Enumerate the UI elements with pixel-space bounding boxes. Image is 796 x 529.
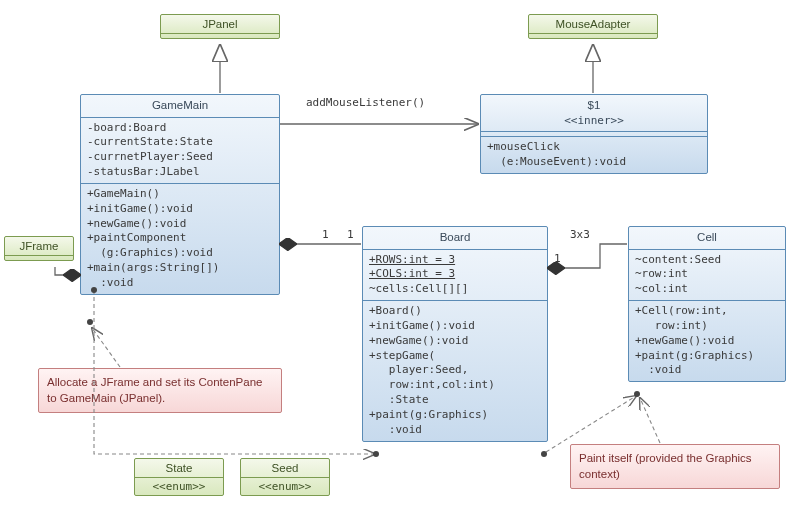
- label-3x3: 3x3: [570, 228, 590, 241]
- enum-state: State <<enum>>: [134, 458, 224, 496]
- label-one-left: 1: [322, 228, 329, 241]
- board-attrs: +ROWS:int = 3 +COLS:int = 3 ~cells:Cell[…: [363, 249, 547, 301]
- svg-point-6: [541, 451, 547, 457]
- gamemain-attrs: -board:Board -currentState:State -currne…: [81, 117, 279, 183]
- inner-stereo: <<inner>>: [564, 114, 624, 127]
- board-ops: +Board() +initGame():void +newGame():voi…: [363, 300, 547, 441]
- gamemain-name: GameMain: [81, 95, 279, 117]
- note-jframe: Allocate a JFrame and set its ContenPane…: [38, 368, 282, 413]
- seed-stereo: <<enum>>: [241, 477, 329, 495]
- class-gamemain: GameMain -board:Board -currentState:Stat…: [80, 94, 280, 295]
- gamemain-ops: +GameMain() +initGame():void +newGame():…: [81, 183, 279, 294]
- class-inner-anon: $1 <<inner>> +mouseClick (e:MouseEvent):…: [480, 94, 708, 174]
- svg-point-9: [373, 451, 379, 457]
- svg-line-10: [640, 398, 660, 443]
- class-mouseadapter: MouseAdapter: [528, 14, 658, 39]
- cell-name: Cell: [629, 227, 785, 249]
- state-name: State: [135, 459, 223, 477]
- seed-name: Seed: [241, 459, 329, 477]
- jframe-name: JFrame: [5, 237, 73, 255]
- label-one-cell-left: 1: [554, 252, 561, 265]
- cell-attrs: ~content:Seed ~row:int ~col:int: [629, 249, 785, 301]
- label-addmouselistener: addMouseListener(): [306, 96, 425, 109]
- label-one-right: 1: [347, 228, 354, 241]
- note-paint: Paint itself (provided the Graphics cont…: [570, 444, 780, 489]
- class-cell: Cell ~content:Seed ~row:int ~col:int +Ce…: [628, 226, 786, 382]
- class-jframe: JFrame: [4, 236, 74, 261]
- cell-ops: +Cell(row:int, row:int) +newGame():void …: [629, 300, 785, 381]
- inner-ops: +mouseClick (e:MouseEvent):void: [481, 136, 707, 173]
- divider: [5, 255, 73, 260]
- inner-title: $1 <<inner>>: [481, 95, 707, 131]
- mouseadapter-name: MouseAdapter: [529, 15, 657, 33]
- svg-line-4: [92, 328, 120, 367]
- svg-point-7: [634, 391, 640, 397]
- divider: [161, 33, 279, 38]
- svg-point-5: [87, 319, 93, 325]
- class-jpanel: JPanel: [160, 14, 280, 39]
- jpanel-name: JPanel: [161, 15, 279, 33]
- state-stereo: <<enum>>: [135, 477, 223, 495]
- inner-name: $1: [588, 99, 601, 111]
- board-name: Board: [363, 227, 547, 249]
- enum-seed: Seed <<enum>>: [240, 458, 330, 496]
- divider: [529, 33, 657, 38]
- class-board: Board +ROWS:int = 3 +COLS:int = 3 ~cells…: [362, 226, 548, 442]
